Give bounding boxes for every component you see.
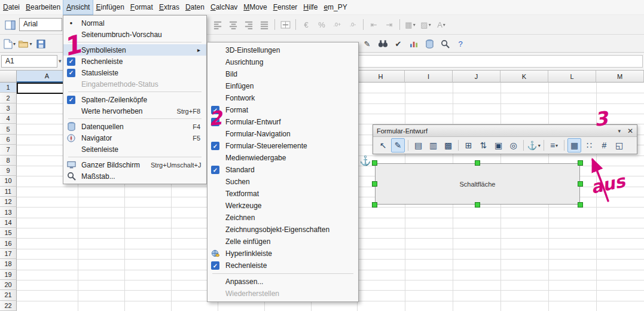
symbolleisten-item-formular-navigation[interactable]: Formular-Navigation [207,128,358,140]
snap-to-grid-icon[interactable]: ∷ [582,138,596,153]
ansicht-menu-item-spalten-zeilenkoepfe[interactable]: ✓Spalten-/Zeilenköpfe [63,94,206,105]
select-icon[interactable]: ↖ [376,138,390,153]
row-header-17[interactable]: 17 [0,249,17,259]
menubar-item-datei[interactable]: Datei [0,0,23,14]
activation-order-icon[interactable]: ⇅ [477,138,490,153]
menubar-item-fenster[interactable]: Fenster [270,0,301,14]
dropdown-arrow-icon[interactable]: ▾ [556,143,558,148]
ansicht-menu-item-statusleiste[interactable]: ✓Statusleiste [63,67,206,78]
selection-handle[interactable] [578,181,583,187]
row-header-19[interactable]: 19 [0,270,17,280]
open-in-design-mode-icon[interactable]: ▣ [492,138,505,153]
close-icon[interactable]: ✕ [625,127,633,135]
row-header-12[interactable]: 12 [0,197,17,207]
row-header-5[interactable]: 5 [0,124,17,134]
menubar-item-daten[interactable]: Daten [182,0,207,14]
ansicht-menu-item-ganzer-bildschirm[interactable]: Ganzer BildschirmStrg+Umschalt+J [63,159,206,170]
dropdown-arrow-icon[interactable]: ▾ [538,143,541,148]
position-and-size-icon[interactable]: ◱ [612,138,626,153]
ansicht-menu-item-datenquellen[interactable]: DatenquellenF4 [63,121,206,132]
ansicht-menu-item-seitenumbruch-vorschau[interactable]: Seitenumbruch-Vorschau [63,29,206,40]
column-header-k[interactable]: K [500,71,548,83]
column-header-i[interactable]: I [405,71,453,83]
column-header-h[interactable]: H [357,71,405,83]
menubar-item-em-py[interactable]: em_PY [321,0,350,14]
row-header-6[interactable]: 6 [0,135,17,145]
symbolleisten-item-3d-einstellungen[interactable]: 3D-Einstellungen [207,44,358,56]
row-header-4[interactable]: 4 [0,114,17,124]
helplines-while-moving-icon[interactable]: # [597,138,611,153]
row-header-21[interactable]: 21 [0,290,17,300]
menubar-item-hilfe[interactable]: Hilfe [300,0,321,14]
symbolleisten-item-suchen[interactable]: Suchen [207,176,358,188]
display-grid-icon[interactable]: ▦ [567,138,581,153]
menubar-item-einfuegen[interactable]: Einfügen [93,0,127,14]
symbolleisten-item-textformat[interactable]: Textformat [207,188,358,200]
form-properties-icon[interactable]: ▥ [426,138,440,153]
toolbar-menu-icon[interactable]: ▾ [614,128,625,134]
selection-handle[interactable] [475,202,480,208]
row-header-7[interactable]: 7 [0,145,17,155]
column-header-l[interactable]: L [548,71,596,83]
row-header-15[interactable]: 15 [0,228,17,238]
row-header-1[interactable]: 1 [0,83,17,93]
symbolleisten-item-standard[interactable]: ✓Standard [207,164,358,176]
ansicht-menu-item-werte-hervorheben[interactable]: Werte hervorhebenStrg+F8 [63,105,206,117]
symbolleisten-item-anpassen[interactable]: Anpassen... [207,276,358,288]
automatic-control-focus-icon[interactable]: ◎ [506,138,520,153]
row-header-14[interactable]: 14 [0,218,17,228]
row-header-9[interactable]: 9 [0,166,17,176]
symbolleisten-item-medienwiedergabe[interactable]: Medienwiedergabe [207,152,358,164]
symbolleisten-item-ausrichtung[interactable]: Ausrichtung [207,56,358,68]
row-header-3[interactable]: 3 [0,103,17,114]
change-anchor-icon[interactable]: ⚓▾ [527,138,541,153]
symbolleisten-item-einfuegen[interactable]: Einfügen [207,80,358,92]
row-header-22[interactable]: 22 [0,301,17,311]
ansicht-menu-item-seitenleiste[interactable]: Seitenleiste [63,144,206,155]
design-mode-on-off-icon[interactable]: ✎ [391,138,405,153]
selection-handle[interactable] [578,202,583,208]
row-header-13[interactable]: 13 [0,207,17,217]
symbolleisten-item-formular-steuerelemente[interactable]: ✓Formular-Steuerelemente [207,140,358,152]
ansicht-menu-item-normal[interactable]: ●Normal [63,17,206,29]
row-header-16[interactable]: 16 [0,238,17,248]
form-navigator-icon[interactable]: ▩ [441,138,455,153]
menubar-item-extras[interactable]: Extras [156,0,182,14]
symbolleisten-item-format[interactable]: ✓Format [207,104,358,116]
symbolleisten-item-werkzeuge[interactable]: Werkzeuge [207,200,358,212]
ansicht-menu-item-massstab[interactable]: Maßstab... [63,170,206,182]
menubar-item-mmove[interactable]: MMove [240,0,270,14]
symbolleisten-item-bild[interactable]: Bild [207,68,358,80]
alignment-icon[interactable]: ≡▾ [547,138,561,153]
form-toolbar-titlebar[interactable]: Formular-Entwurf ▾ ✕ [373,125,637,137]
symbolleisten-item-formular-entwurf[interactable]: ✓Formular-Entwurf [207,116,358,128]
menubar-item-bearbeiten[interactable]: Bearbeiten [23,0,63,14]
row-header-8[interactable]: 8 [0,156,17,166]
symbolleisten-item-hyperlinkleiste[interactable]: Hyperlinkleiste [207,248,358,260]
selection-handle[interactable] [372,160,377,166]
row-header-20[interactable]: 20 [0,280,17,290]
ansicht-menu-item-symbolleisten[interactable]: Symbolleisten▸ [63,44,206,56]
ansicht-menu-item-navigator[interactable]: NavigatorF5 [63,132,206,144]
form-button-control[interactable]: Schaltfläche [375,163,580,205]
row-header-2[interactable]: 2 [0,93,17,103]
symbolleisten-item-zeichnen[interactable]: Zeichnen [207,212,358,224]
selection-handle[interactable] [372,181,377,187]
row-header-11[interactable]: 11 [0,187,17,197]
row-header-18[interactable]: 18 [0,259,17,269]
column-header-m[interactable]: M [596,71,644,83]
selection-handle[interactable] [475,160,480,166]
ansicht-menu-item-rechenleiste[interactable]: ✓Rechenleiste [63,56,206,67]
menubar-item-calcnav[interactable]: CalcNav [207,0,240,14]
selection-handle[interactable] [372,202,377,208]
control-properties-icon[interactable]: ▤ [411,138,425,153]
symbolleisten-item-zeichnungsobjekt-eigenschaften[interactable]: Zeichnungsobjekt-Eigenschaften [207,224,358,236]
column-header-j[interactable]: J [453,71,500,83]
symbolleisten-item-fontwork[interactable]: Fontwork [207,92,358,104]
add-field-icon[interactable]: ⊞ [462,138,475,153]
symbolleisten-item-rechenleiste[interactable]: ✓Rechenleiste [207,260,358,272]
selection-handle[interactable] [578,160,583,166]
symbolleisten-item-zelle-einfuegen[interactable]: Zelle einfügen [207,236,358,248]
select-all-corner[interactable] [0,71,17,83]
menubar-item-format[interactable]: Format [127,0,156,14]
